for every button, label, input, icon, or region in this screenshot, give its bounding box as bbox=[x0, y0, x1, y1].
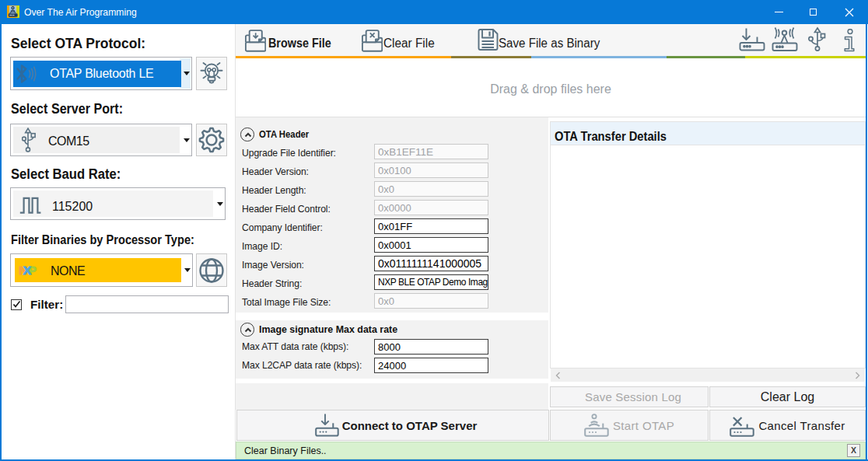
svg-text:X: X bbox=[23, 264, 32, 277]
